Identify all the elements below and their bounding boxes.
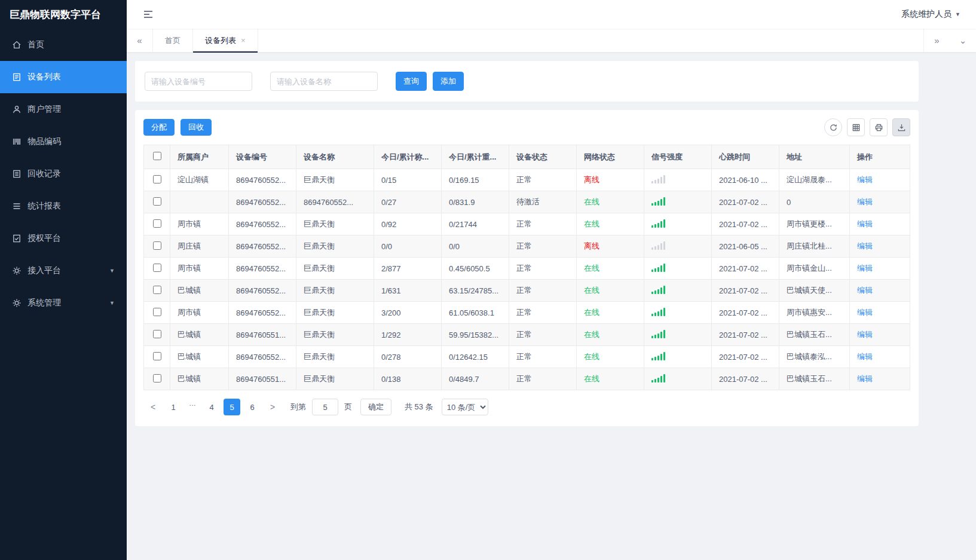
sidebar-item-0[interactable]: 首页 bbox=[0, 29, 127, 61]
cell-today-count: 0/15 bbox=[374, 169, 442, 191]
edit-link[interactable]: 编辑 bbox=[857, 264, 873, 273]
cell-address: 周市镇金山... bbox=[779, 258, 850, 280]
tab-item[interactable]: 设备列表× bbox=[193, 29, 258, 52]
select-all-checkbox[interactable] bbox=[153, 152, 161, 160]
cell-device-name: 巨鼎天衡 bbox=[296, 346, 374, 368]
row-select-cell bbox=[144, 280, 170, 302]
sidebar-item-3[interactable]: 物品编码 bbox=[0, 126, 127, 158]
column-settings-icon[interactable] bbox=[847, 118, 865, 136]
assign-button[interactable]: 分配 bbox=[143, 119, 175, 136]
sidebar-item-6[interactable]: 授权平台 bbox=[0, 222, 127, 255]
cell-merchant: 周庄镇 bbox=[170, 235, 229, 258]
auth-platform-icon bbox=[12, 234, 22, 243]
row-checkbox[interactable] bbox=[153, 330, 161, 338]
edit-link[interactable]: 编辑 bbox=[857, 219, 873, 228]
refresh-icon[interactable] bbox=[824, 118, 842, 136]
cell-network-status: 在线 bbox=[577, 346, 644, 368]
cell-merchant: 淀山湖镇 bbox=[170, 169, 229, 191]
device-name-input[interactable] bbox=[270, 72, 378, 91]
cell-address: 巴城镇玉石... bbox=[779, 368, 850, 390]
sidebar-item-1[interactable]: 设备列表 bbox=[0, 61, 127, 93]
row-checkbox[interactable] bbox=[153, 286, 161, 294]
cell-device-status: 正常 bbox=[509, 169, 577, 191]
sidebar-item-2[interactable]: 商户管理 bbox=[0, 93, 127, 126]
cell-network-status: 离线 bbox=[577, 169, 644, 191]
network-status-badge: 在线 bbox=[584, 308, 599, 317]
cell-today-weight: 0/831.9 bbox=[442, 191, 509, 213]
print-icon[interactable] bbox=[870, 118, 888, 136]
network-status-badge: 在线 bbox=[584, 330, 599, 339]
page-button-6[interactable]: 6 bbox=[244, 399, 261, 415]
topbar: 系统维护人员 ▼ bbox=[127, 0, 976, 29]
goto-confirm-button[interactable]: 确定 bbox=[360, 399, 391, 415]
device-table-panel: 分配 回收 bbox=[135, 110, 919, 426]
cell-device-name: 巨鼎天衡 bbox=[296, 280, 374, 302]
recycle-button[interactable]: 回收 bbox=[180, 119, 212, 136]
table-row: 巴城镇8694760551...巨鼎天衡1/29259.95/15382...正… bbox=[144, 324, 910, 346]
row-checkbox[interactable] bbox=[153, 308, 161, 316]
page-button-5[interactable]: 5 bbox=[224, 399, 240, 415]
row-checkbox[interactable] bbox=[153, 175, 161, 183]
row-checkbox[interactable] bbox=[153, 352, 161, 360]
row-checkbox[interactable] bbox=[153, 264, 161, 272]
edit-link[interactable]: 编辑 bbox=[857, 241, 873, 250]
cell-signal bbox=[644, 191, 712, 213]
sidebar-item-7[interactable]: 接入平台▼ bbox=[0, 255, 127, 287]
sidebar-toggle-icon[interactable] bbox=[140, 6, 157, 23]
cell-device-status: 正常 bbox=[509, 213, 577, 235]
sidebar-item-8[interactable]: 系统管理▼ bbox=[0, 287, 127, 319]
prev-page-icon[interactable]: < bbox=[145, 399, 161, 415]
sidebar-item-4[interactable]: 回收记录 bbox=[0, 158, 127, 190]
cell-address: 淀山湖晟泰... bbox=[779, 169, 850, 191]
next-page-icon[interactable]: > bbox=[264, 399, 281, 415]
cell-device-status: 正常 bbox=[509, 235, 577, 258]
edit-link[interactable]: 编辑 bbox=[857, 175, 873, 184]
sidebar-item-label: 首页 bbox=[27, 39, 44, 50]
cell-merchant: 周市镇 bbox=[170, 213, 229, 235]
device-no-input[interactable] bbox=[145, 72, 252, 91]
cell-today-count: 0/0 bbox=[374, 235, 442, 258]
cell-actions: 编辑 bbox=[850, 235, 910, 258]
network-status-badge: 在线 bbox=[584, 197, 599, 206]
tab-label: 首页 bbox=[165, 35, 180, 46]
cell-merchant: 巴城镇 bbox=[170, 368, 229, 390]
page-button-4[interactable]: 4 bbox=[203, 399, 220, 415]
edit-link[interactable]: 编辑 bbox=[857, 308, 873, 317]
cell-device-name: 巨鼎天衡 bbox=[296, 302, 374, 324]
goto-page-input[interactable] bbox=[312, 399, 338, 415]
row-checkbox[interactable] bbox=[153, 241, 161, 250]
sidebar-item-5[interactable]: 统计报表 bbox=[0, 190, 127, 222]
export-icon[interactable] bbox=[892, 118, 910, 136]
row-checkbox[interactable] bbox=[153, 219, 161, 228]
cell-device-status: 正常 bbox=[509, 258, 577, 280]
edit-link[interactable]: 编辑 bbox=[857, 374, 873, 383]
row-checkbox[interactable] bbox=[153, 197, 161, 206]
edit-link[interactable]: 编辑 bbox=[857, 197, 873, 206]
tab-label: 设备列表 bbox=[205, 35, 236, 46]
row-select-cell bbox=[144, 258, 170, 280]
row-select-cell bbox=[144, 346, 170, 368]
user-menu[interactable]: 系统维护人员 ▼ bbox=[901, 9, 960, 20]
column-header: 设备编号 bbox=[229, 145, 296, 169]
network-status-badge: 在线 bbox=[584, 374, 599, 383]
edit-link[interactable]: 编辑 bbox=[857, 286, 873, 295]
row-checkbox[interactable] bbox=[153, 374, 161, 382]
tabs-scroll-right-icon[interactable]: » bbox=[923, 29, 950, 52]
page-button-1[interactable]: 1 bbox=[165, 399, 182, 415]
search-panel: 查询 添加 bbox=[135, 61, 919, 102]
cell-address: 周庄镇北桂... bbox=[779, 235, 850, 258]
add-button[interactable]: 添加 bbox=[433, 72, 464, 91]
tabs-scroll-left-icon[interactable]: « bbox=[127, 29, 153, 52]
tab-close-icon[interactable]: × bbox=[241, 36, 246, 44]
chevron-down-icon: ▼ bbox=[955, 11, 960, 17]
cell-address: 0 bbox=[779, 191, 850, 213]
page-size-select[interactable]: 10 条/页 bbox=[442, 399, 488, 415]
tabs-dropdown-icon[interactable]: ⌄ bbox=[950, 29, 976, 52]
edit-link[interactable]: 编辑 bbox=[857, 330, 873, 339]
cell-heartbeat: 2021-07-02 ... bbox=[712, 346, 779, 368]
edit-link[interactable]: 编辑 bbox=[857, 352, 873, 361]
cell-actions: 编辑 bbox=[850, 368, 910, 390]
tab-item[interactable]: 首页 bbox=[153, 29, 193, 52]
cell-merchant: 巴城镇 bbox=[170, 324, 229, 346]
query-button[interactable]: 查询 bbox=[396, 72, 427, 91]
